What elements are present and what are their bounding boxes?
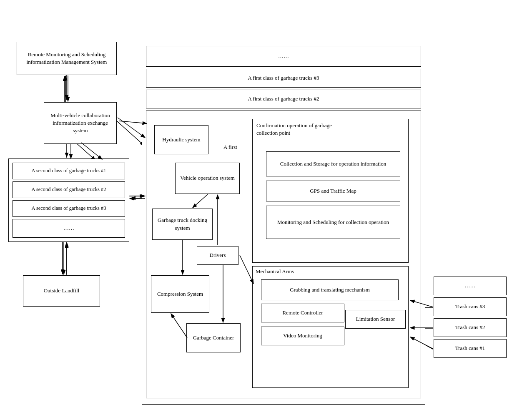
- vehicle-operation-label: Vehicle operation system: [180, 174, 235, 182]
- first-class-3-label: A first class of garbage trucks #3: [248, 74, 319, 82]
- hydraulic-box: Hydraulic system: [154, 125, 208, 154]
- collection-storage-label: Collection and Storage for operation inf…: [280, 160, 386, 168]
- first-class-2-box: A first class of garbage trucks #2: [146, 90, 421, 108]
- trash-1-label: Trash cans #1: [455, 345, 485, 352]
- garbage-truck-docking-label: Garbage truck docking system: [156, 216, 209, 231]
- trash-1-box: Trash cans #1: [434, 339, 507, 358]
- hydraulic-label: Hydraulic system: [162, 136, 200, 143]
- mechanical-arms-label: Mechanical Arms: [256, 268, 294, 275]
- second-class-3-box: A second class of garbage trucks #3: [13, 200, 125, 217]
- second-class-1-label: A second class of garbage trucks #1: [31, 167, 106, 175]
- remote-monitoring-box: Remote Monitoring and Scheduling informa…: [17, 42, 117, 75]
- video-monitoring-label: Video Monitoring: [283, 332, 322, 340]
- second-class-2-label: A second class of garbage trucks #2: [31, 186, 106, 194]
- second-class-2-box: A second class of garbage trucks #2: [13, 181, 125, 198]
- drivers-box: Drivers: [197, 246, 238, 265]
- diagram-container: Remote Monitoring and Scheduling informa…: [0, 0, 517, 420]
- garbage-truck-docking-box: Garbage truck docking system: [152, 209, 213, 240]
- trash-dots-label: ……: [465, 282, 476, 289]
- first-class-2-label: A first class of garbage trucks #2: [248, 95, 319, 103]
- garbage-container-box: Garbage Container: [186, 323, 241, 352]
- remote-monitoring-label: Remote Monitoring and Scheduling informa…: [20, 51, 113, 66]
- grabbing-box: Grabbing and translating mechanism: [261, 279, 399, 300]
- multi-vehicle-label: Multi-vehicle collaboration informatizat…: [48, 112, 113, 135]
- confirmation-label: Confirmation operation of garbage collec…: [256, 122, 338, 137]
- multi-vehicle-box: Multi-vehicle collaboration informatizat…: [44, 102, 117, 144]
- second-class-3-label: A second class of garbage trucks #3: [31, 205, 106, 212]
- grabbing-label: Grabbing and translating mechanism: [290, 286, 370, 294]
- drivers-label: Drivers: [210, 251, 226, 259]
- dots-top-label: ……: [278, 53, 289, 60]
- monitoring-scheduling-label: Monitoring and Scheduling for collection…: [277, 219, 389, 226]
- second-class-1-box: A second class of garbage trucks #1: [13, 163, 125, 179]
- vehicle-operation-box: Vehicle operation system: [175, 163, 240, 194]
- collection-storage-box: Collection and Storage for operation inf…: [266, 151, 400, 176]
- video-monitoring-box: Video Monitoring: [261, 327, 344, 345]
- trash-dots-box: ……: [434, 277, 507, 295]
- gps-traffic-box: GPS and Traffic Map: [266, 181, 400, 201]
- compression-label: Compression System: [157, 290, 203, 298]
- trash-3-box: Trash cans #3: [434, 297, 507, 316]
- compression-box: Compression System: [151, 275, 209, 313]
- second-class-dots-box: ……: [13, 219, 125, 238]
- outside-landfill-box: Outside Landfill: [23, 275, 100, 307]
- trash-3-label: Trash cans #3: [455, 303, 485, 310]
- trash-2-label: Trash cans #2: [455, 324, 485, 331]
- svg-line-10: [117, 121, 145, 146]
- monitoring-scheduling-box: Monitoring and Scheduling for collection…: [266, 206, 400, 239]
- outside-landfill-label: Outside Landfill: [44, 287, 80, 294]
- a-first-label: A first: [223, 144, 237, 151]
- svg-line-30: [118, 118, 145, 138]
- remote-controller-box: Remote Controller: [261, 304, 344, 322]
- svg-line-25: [81, 143, 102, 159]
- svg-line-5: [77, 144, 96, 161]
- trash-2-box: Trash cans #2: [434, 318, 507, 337]
- garbage-container-label: Garbage Container: [193, 334, 234, 342]
- remote-controller-label: Remote Controller: [282, 309, 323, 317]
- dots-top-box: ……: [146, 46, 421, 67]
- second-class-dots-label: ……: [63, 224, 74, 232]
- gps-traffic-label: GPS and Traffic Map: [310, 187, 356, 195]
- first-class-3-box: A first class of garbage trucks #3: [146, 69, 421, 88]
- limitation-sensor-label: Limitation Sensor: [356, 315, 395, 323]
- limitation-sensor-box: Limitation Sensor: [345, 310, 406, 329]
